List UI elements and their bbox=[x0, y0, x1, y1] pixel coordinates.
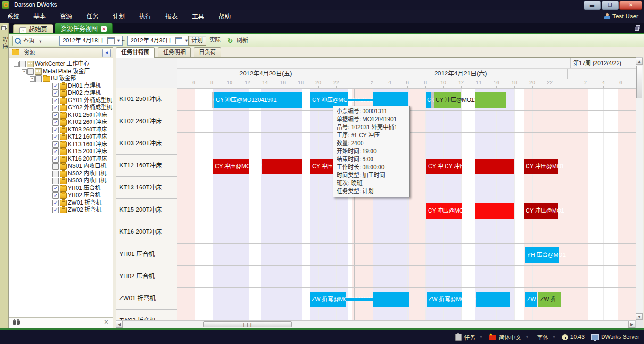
date-from-caret-icon[interactable]: ▼ bbox=[116, 36, 121, 45]
gantt-task-bar[interactable] bbox=[475, 203, 514, 219]
tree-item-KT03[interactable]: ✓KT03 260T冲床 bbox=[9, 126, 113, 133]
scroll-left-icon[interactable]: ◀ bbox=[116, 321, 123, 328]
tree-checkbox[interactable] bbox=[35, 75, 42, 82]
status-item-3[interactable]: 10:43 bbox=[562, 334, 585, 340]
date-to-picker[interactable]: 2012年 4月30日 ▼ bbox=[127, 36, 190, 46]
gantt-task-bar[interactable] bbox=[475, 159, 514, 174]
user-badge[interactable]: Test User bbox=[604, 10, 638, 23]
query-button[interactable]: 查询 ▼ bbox=[12, 36, 60, 46]
status-item-4[interactable]: DWorks Server bbox=[591, 334, 639, 340]
scroll-down-icon[interactable]: ▼ bbox=[636, 313, 643, 320]
tree-item-KT02[interactable]: ✓KT02 260T冲床 bbox=[9, 119, 113, 126]
tree-item-YH01[interactable]: ✓YH01 压合机 bbox=[9, 185, 113, 192]
tree-checkbox[interactable]: ✓ bbox=[52, 119, 59, 126]
vertical-scroll-thumb[interactable] bbox=[636, 66, 642, 98]
tree-item-DH01[interactable]: ✓DH01 点焊机 bbox=[9, 82, 113, 90]
tree-checkbox[interactable]: ✓ bbox=[52, 207, 59, 213]
tree-expander-icon[interactable]: − bbox=[30, 76, 35, 82]
tree-item-NS03[interactable]: NS03 内收口机 bbox=[9, 177, 113, 184]
collapse-panel-button[interactable]: ◄ bbox=[102, 49, 111, 57]
gantt-task-bar[interactable]: CY 冲压@MO1 bbox=[524, 203, 558, 219]
menu-item-4[interactable]: 计划 bbox=[106, 10, 132, 23]
tree-item-WorkCenter[interactable]: −WorkCenter 工作中心 bbox=[9, 60, 113, 67]
tab-resource-task-view[interactable]: 资源任务视图✕ bbox=[55, 23, 113, 34]
tab-home[interactable]: ⌂起始页 bbox=[13, 24, 53, 34]
gantt-task-connector[interactable] bbox=[346, 298, 373, 301]
find-icon[interactable] bbox=[13, 320, 16, 325]
scroll-up-icon[interactable]: ▲ bbox=[636, 58, 643, 65]
status-item-2[interactable]: 字体▾ bbox=[535, 333, 555, 341]
tree-checkbox[interactable] bbox=[52, 178, 59, 184]
menu-item-0[interactable]: 系统 bbox=[0, 10, 26, 23]
tree-expander-icon[interactable]: − bbox=[14, 62, 19, 67]
tree-item-GY01[interactable]: ✓GY01 外桶成型机 bbox=[9, 97, 113, 104]
plan-toggle-button[interactable]: 计划 bbox=[188, 36, 206, 46]
tree-checkbox[interactable]: ✓ bbox=[52, 98, 59, 104]
tree-checkbox[interactable]: ✓ bbox=[52, 200, 59, 206]
tree-item-KT16[interactable]: ✓KT16 200T冲床 bbox=[9, 156, 113, 163]
tree-checkbox[interactable]: ✓ bbox=[52, 148, 59, 155]
gantt-task-bar[interactable]: ZW bbox=[525, 292, 537, 307]
gantt-task-connector[interactable] bbox=[348, 99, 373, 101]
gantt-task-bar[interactable]: C bbox=[426, 92, 431, 108]
tree-checkbox[interactable]: ✓ bbox=[52, 134, 59, 140]
tree-item-KT01[interactable]: ✓KT01 250T冲床 bbox=[9, 112, 113, 119]
tree-item-KT13[interactable]: ✓KT13 160T冲床 bbox=[9, 141, 113, 148]
tree-checkbox[interactable]: ✓ bbox=[52, 112, 59, 119]
tab-close-icon[interactable]: ✕ bbox=[101, 26, 107, 32]
gantt-task-bar[interactable]: CY 冲压@MO12041903 bbox=[426, 203, 462, 219]
panels-icon[interactable] bbox=[1, 25, 7, 30]
tree-checkbox[interactable]: ✓ bbox=[52, 105, 59, 111]
view-tab-2[interactable]: 日负荷 bbox=[194, 47, 221, 57]
tree-item-NS02[interactable]: NS02 内收口机 bbox=[9, 170, 113, 177]
tree-item-Metal[interactable]: −Metal Plate 钣金厂 bbox=[9, 68, 113, 75]
date-from-picker[interactable]: 2012年 4月18日 ▼ bbox=[59, 36, 123, 46]
menu-item-6[interactable]: 报表 bbox=[158, 10, 185, 23]
status-item-1[interactable]: 简体中文▾ bbox=[489, 333, 528, 341]
gantt-task-bar[interactable]: ZW 折 bbox=[538, 292, 561, 307]
tree-item-NS01[interactable]: NS01 内收口机 bbox=[9, 163, 113, 170]
menu-item-8[interactable]: 帮助 bbox=[211, 10, 238, 23]
menu-item-2[interactable]: 资源 bbox=[53, 10, 79, 23]
menu-item-7[interactable]: 工具 bbox=[185, 10, 211, 23]
tree-item-ZW02[interactable]: ✓ZW02 折弯机 bbox=[9, 206, 113, 213]
view-tab-0[interactable]: 任务甘特图 bbox=[116, 47, 155, 58]
menu-item-5[interactable]: 执行 bbox=[132, 10, 158, 23]
tree-expander-icon[interactable]: − bbox=[22, 69, 27, 74]
close-button[interactable]: ✕ bbox=[619, 1, 642, 10]
window-list-icon[interactable] bbox=[635, 25, 640, 30]
tree-checkbox[interactable]: ✓ bbox=[52, 185, 59, 192]
tree-item-KT12[interactable]: ✓KT12 160T冲床 bbox=[9, 133, 113, 140]
tree-checkbox[interactable]: ✓ bbox=[52, 90, 59, 97]
tree-item-GY02[interactable]: ✓GY02 外桶成型机 bbox=[9, 104, 113, 111]
gantt-task-bar[interactable]: YH 压合@MO1 bbox=[525, 247, 559, 263]
actual-toggle-button[interactable]: 实际 bbox=[206, 36, 223, 45]
gantt-task-bar[interactable] bbox=[475, 92, 506, 108]
view-tab-1[interactable]: 任务明细 bbox=[158, 47, 191, 57]
scroll-right-icon[interactable]: ▶ bbox=[628, 321, 635, 328]
tree-item-ZW01[interactable]: ✓ZW01 折弯机 bbox=[9, 199, 113, 206]
minimize-button[interactable]: ▬ bbox=[584, 1, 601, 10]
gantt-task-bar[interactable] bbox=[476, 292, 510, 307]
tree-item-YH02[interactable]: ✓YH02 压合机 bbox=[9, 192, 113, 199]
tree-checkbox[interactable] bbox=[52, 171, 59, 177]
vertical-scrollbar[interactable]: ▲ ▼ bbox=[636, 57, 643, 320]
gantt-task-bar[interactable]: CY 冲压@MO12041904 bbox=[213, 159, 249, 174]
menu-item-3[interactable]: 任务 bbox=[79, 10, 106, 23]
status-item-0[interactable]: 任务▾ bbox=[455, 333, 482, 341]
tree-checkbox[interactable] bbox=[27, 68, 34, 75]
tree-checkbox[interactable]: ✓ bbox=[52, 141, 59, 148]
side-strip-label[interactable]: 程序 bbox=[1, 37, 9, 50]
gantt-task-bar[interactable]: CY 冲压@MO1 bbox=[524, 159, 558, 174]
tree-checkbox[interactable]: ✓ bbox=[52, 156, 59, 163]
tree-checkbox[interactable]: ✓ bbox=[52, 83, 59, 90]
menu-item-1[interactable]: 基本 bbox=[26, 10, 53, 23]
tree-item-DH02[interactable]: ✓DH02 点焊机 bbox=[9, 90, 113, 97]
clear-filter-icon[interactable]: ✕ bbox=[104, 319, 109, 326]
gantt-task-bar[interactable]: ZW 折弯@MO12041901 bbox=[427, 292, 462, 307]
gantt-task-bar[interactable] bbox=[373, 292, 409, 307]
tree-checkbox[interactable]: ✓ bbox=[52, 192, 59, 199]
gantt-task-bar[interactable] bbox=[262, 159, 302, 174]
restore-button[interactable]: ❐ bbox=[602, 1, 619, 10]
refresh-button[interactable]: ↻ 刷新 bbox=[227, 36, 248, 45]
